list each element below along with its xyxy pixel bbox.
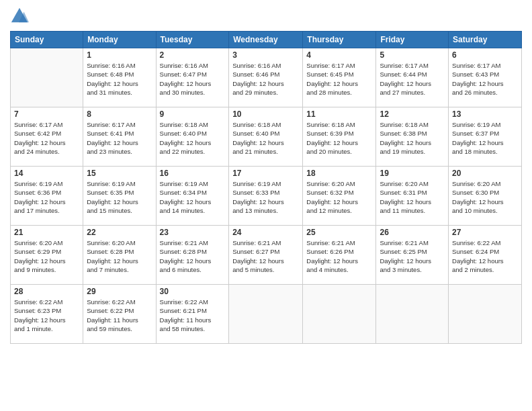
day-number: 1 (87, 50, 152, 60)
calendar-cell: 24Sunrise: 6:21 AM Sunset: 6:27 PM Dayli… (229, 226, 303, 285)
calendar-cell: 19Sunrise: 6:20 AM Sunset: 6:31 PM Dayli… (376, 167, 449, 226)
page: SundayMondayTuesdayWednesdayThursdayFrid… (0, 0, 532, 411)
day-number: 19 (380, 169, 445, 178)
day-number: 6 (452, 50, 518, 60)
calendar-week-row: 14Sunrise: 6:19 AM Sunset: 6:36 PM Dayli… (11, 167, 522, 226)
calendar-cell: 17Sunrise: 6:19 AM Sunset: 6:33 PM Dayli… (229, 167, 303, 226)
calendar-cell: 2Sunrise: 6:16 AM Sunset: 6:47 PM Daylig… (156, 48, 229, 107)
calendar-table: SundayMondayTuesdayWednesdayThursdayFrid… (10, 31, 522, 344)
logo (10, 7, 32, 26)
day-number: 30 (160, 287, 226, 296)
calendar-cell: 28Sunrise: 6:22 AM Sunset: 6:23 PM Dayli… (11, 285, 83, 344)
day-info: Sunrise: 6:16 AM Sunset: 6:46 PM Dayligh… (232, 61, 299, 97)
day-info: Sunrise: 6:20 AM Sunset: 6:29 PM Dayligh… (14, 238, 79, 274)
day-number: 4 (306, 50, 372, 60)
day-info: Sunrise: 6:19 AM Sunset: 6:36 PM Dayligh… (14, 179, 79, 215)
calendar-header-wednesday: Wednesday (229, 32, 303, 48)
calendar-header-thursday: Thursday (303, 32, 376, 48)
day-info: Sunrise: 6:19 AM Sunset: 6:34 PM Dayligh… (160, 179, 226, 215)
calendar-cell: 4Sunrise: 6:17 AM Sunset: 6:45 PM Daylig… (303, 48, 376, 107)
day-info: Sunrise: 6:22 AM Sunset: 6:21 PM Dayligh… (160, 298, 226, 333)
day-info: Sunrise: 6:17 AM Sunset: 6:41 PM Dayligh… (87, 120, 152, 156)
calendar-week-row: 7Sunrise: 6:17 AM Sunset: 6:42 PM Daylig… (11, 107, 522, 167)
header (10, 7, 522, 26)
day-number: 17 (232, 169, 299, 178)
calendar-cell: 21Sunrise: 6:20 AM Sunset: 6:29 PM Dayli… (11, 226, 83, 285)
day-number: 28 (14, 287, 79, 296)
day-info: Sunrise: 6:20 AM Sunset: 6:31 PM Dayligh… (380, 179, 445, 215)
calendar-cell: 10Sunrise: 6:18 AM Sunset: 6:40 PM Dayli… (229, 107, 303, 167)
day-info: Sunrise: 6:20 AM Sunset: 6:30 PM Dayligh… (452, 179, 518, 215)
day-info: Sunrise: 6:21 AM Sunset: 6:26 PM Dayligh… (306, 238, 372, 274)
calendar-cell: 25Sunrise: 6:21 AM Sunset: 6:26 PM Dayli… (303, 226, 376, 285)
calendar-cell: 9Sunrise: 6:18 AM Sunset: 6:40 PM Daylig… (156, 107, 229, 167)
calendar-cell: 23Sunrise: 6:21 AM Sunset: 6:28 PM Dayli… (156, 226, 229, 285)
calendar-header-saturday: Saturday (449, 32, 522, 48)
day-info: Sunrise: 6:19 AM Sunset: 6:33 PM Dayligh… (232, 179, 299, 215)
day-info: Sunrise: 6:19 AM Sunset: 6:35 PM Dayligh… (87, 179, 152, 215)
calendar-header-friday: Friday (376, 32, 449, 48)
calendar-cell: 3Sunrise: 6:16 AM Sunset: 6:46 PM Daylig… (229, 48, 303, 107)
calendar-cell (229, 285, 303, 344)
calendar-week-row: 1Sunrise: 6:16 AM Sunset: 6:48 PM Daylig… (11, 48, 522, 107)
calendar-cell: 5Sunrise: 6:17 AM Sunset: 6:44 PM Daylig… (376, 48, 449, 107)
day-number: 2 (160, 50, 226, 60)
day-number: 23 (160, 228, 226, 237)
calendar-cell: 29Sunrise: 6:22 AM Sunset: 6:22 PM Dayli… (83, 285, 156, 344)
day-info: Sunrise: 6:19 AM Sunset: 6:37 PM Dayligh… (452, 120, 518, 156)
day-info: Sunrise: 6:17 AM Sunset: 6:43 PM Dayligh… (452, 61, 518, 97)
day-number: 3 (232, 50, 299, 60)
day-number: 25 (306, 228, 372, 237)
day-number: 18 (306, 169, 372, 178)
day-number: 20 (452, 169, 518, 178)
calendar-cell (11, 48, 83, 107)
day-number: 13 (452, 109, 518, 119)
day-info: Sunrise: 6:17 AM Sunset: 6:42 PM Dayligh… (14, 120, 79, 156)
calendar-header-tuesday: Tuesday (156, 32, 229, 48)
day-number: 26 (380, 228, 445, 237)
calendar-cell: 8Sunrise: 6:17 AM Sunset: 6:41 PM Daylig… (83, 107, 156, 167)
calendar-cell (449, 285, 522, 344)
day-number: 12 (380, 109, 445, 119)
day-number: 21 (14, 228, 79, 237)
calendar-cell: 11Sunrise: 6:18 AM Sunset: 6:39 PM Dayli… (303, 107, 376, 167)
day-info: Sunrise: 6:20 AM Sunset: 6:28 PM Dayligh… (87, 238, 152, 274)
calendar-cell: 18Sunrise: 6:20 AM Sunset: 6:32 PM Dayli… (303, 167, 376, 226)
calendar-cell: 30Sunrise: 6:22 AM Sunset: 6:21 PM Dayli… (156, 285, 229, 344)
calendar-cell: 1Sunrise: 6:16 AM Sunset: 6:48 PM Daylig… (83, 48, 156, 107)
day-number: 15 (87, 169, 152, 178)
day-number: 14 (14, 169, 79, 178)
day-number: 7 (14, 109, 79, 119)
calendar-cell (376, 285, 449, 344)
calendar-cell: 13Sunrise: 6:19 AM Sunset: 6:37 PM Dayli… (449, 107, 522, 167)
day-number: 8 (87, 109, 152, 119)
day-info: Sunrise: 6:21 AM Sunset: 6:27 PM Dayligh… (232, 238, 299, 274)
calendar-header-row: SundayMondayTuesdayWednesdayThursdayFrid… (11, 32, 522, 48)
day-info: Sunrise: 6:20 AM Sunset: 6:32 PM Dayligh… (306, 179, 372, 215)
day-number: 29 (87, 287, 152, 296)
calendar-cell: 15Sunrise: 6:19 AM Sunset: 6:35 PM Dayli… (83, 167, 156, 226)
calendar-header-sunday: Sunday (11, 32, 83, 48)
day-info: Sunrise: 6:18 AM Sunset: 6:39 PM Dayligh… (306, 120, 372, 156)
day-info: Sunrise: 6:18 AM Sunset: 6:40 PM Dayligh… (232, 120, 299, 156)
calendar-cell: 12Sunrise: 6:18 AM Sunset: 6:38 PM Dayli… (376, 107, 449, 167)
day-info: Sunrise: 6:22 AM Sunset: 6:22 PM Dayligh… (87, 298, 152, 333)
calendar-cell: 26Sunrise: 6:21 AM Sunset: 6:25 PM Dayli… (376, 226, 449, 285)
calendar-cell: 27Sunrise: 6:22 AM Sunset: 6:24 PM Dayli… (449, 226, 522, 285)
day-number: 27 (452, 228, 518, 237)
day-number: 11 (306, 109, 372, 119)
day-info: Sunrise: 6:18 AM Sunset: 6:38 PM Dayligh… (380, 120, 445, 156)
day-number: 9 (160, 109, 226, 119)
calendar-cell: 20Sunrise: 6:20 AM Sunset: 6:30 PM Dayli… (449, 167, 522, 226)
calendar-cell: 16Sunrise: 6:19 AM Sunset: 6:34 PM Dayli… (156, 167, 229, 226)
calendar-week-row: 21Sunrise: 6:20 AM Sunset: 6:29 PM Dayli… (11, 226, 522, 285)
day-number: 24 (232, 228, 299, 237)
day-number: 5 (380, 50, 445, 60)
day-number: 22 (87, 228, 152, 237)
day-number: 16 (160, 169, 226, 178)
day-info: Sunrise: 6:22 AM Sunset: 6:23 PM Dayligh… (14, 298, 79, 333)
calendar-cell: 7Sunrise: 6:17 AM Sunset: 6:42 PM Daylig… (11, 107, 83, 167)
calendar-header-monday: Monday (83, 32, 156, 48)
day-info: Sunrise: 6:22 AM Sunset: 6:24 PM Dayligh… (452, 238, 518, 274)
calendar-cell: 22Sunrise: 6:20 AM Sunset: 6:28 PM Dayli… (83, 226, 156, 285)
